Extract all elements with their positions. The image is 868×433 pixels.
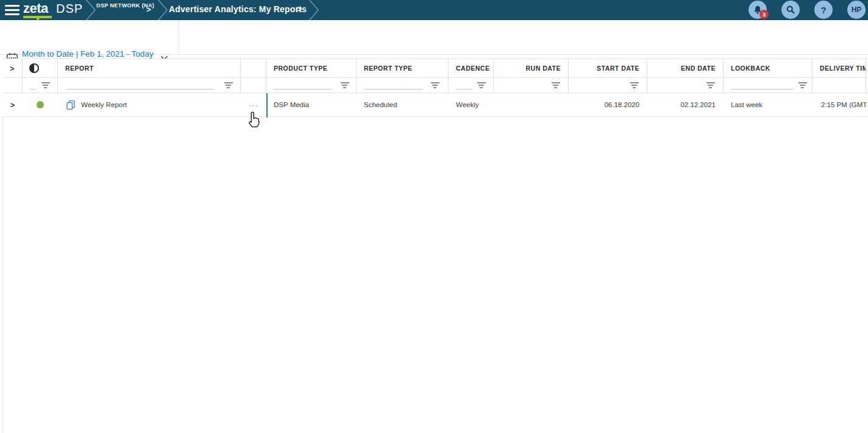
filter-cell-report: [58, 78, 241, 93]
filter-cell-report_type: [357, 78, 449, 93]
filter-icon-report[interactable]: [224, 82, 233, 88]
notification-badge: 3: [760, 10, 769, 19]
cell-end_date: 02.12.2021: [647, 93, 724, 116]
avatar-initials: HP: [852, 5, 862, 14]
column-header-report_type[interactable]: REPORT TYPE: [357, 59, 449, 77]
status-indicator: [37, 101, 44, 108]
zeta-logo: zeta: [23, 1, 48, 16]
cell-delivery_time: 2:15 PM (GMT: [813, 93, 866, 116]
table-filter-row: [2, 78, 868, 93]
filter-cell-start_date: [569, 78, 647, 93]
date-range-selector[interactable]: Month to Date | Feb 1, 2021 - Today: [22, 49, 154, 58]
filter-icon-report_type[interactable]: [430, 82, 439, 88]
cell-status: [23, 93, 58, 116]
dsp-logo-text: DSP: [56, 2, 83, 16]
avatar[interactable]: HP: [847, 1, 866, 19]
breadcrumb-divider-icon: [306, 0, 322, 20]
page-title-chevron-icon[interactable]: >: [297, 4, 302, 14]
breadcrumb-page-title[interactable]: Advertiser Analytics: My Reports: [169, 4, 307, 14]
filter-cell-product_type: [266, 78, 357, 93]
filter-cell-expand: [2, 78, 23, 93]
app-root: zeta DSP DSP NETWORK (NA) > Advertiser A…: [0, 0, 868, 433]
filter-cell-status: [23, 78, 58, 93]
help-button[interactable]: ?: [814, 1, 833, 19]
row-actions-menu[interactable]: ···: [249, 100, 258, 110]
filter-cell-actions: [241, 78, 266, 93]
top-navbar: zeta DSP DSP NETWORK (NA) > Advertiser A…: [0, 0, 868, 20]
table-header-row: >REPORTPRODUCT TYPEREPORT TYPECADENCERUN…: [2, 58, 868, 78]
cell-product_type: DSP Media: [266, 93, 357, 116]
filter-input-cadence[interactable]: [456, 81, 472, 90]
breadcrumb-network[interactable]: DSP NETWORK (NA): [96, 2, 154, 9]
column-header-start_date[interactable]: START DATE: [569, 59, 647, 77]
table-row[interactable]: >Weekly Report···DSP MediaScheduledWeekl…: [2, 93, 868, 117]
filter-icon-status[interactable]: [41, 82, 50, 88]
column-header-lookback[interactable]: LOOKBACK: [724, 59, 813, 77]
cell-lookback: Last week: [724, 93, 813, 116]
cell-expand: >: [2, 93, 23, 116]
report-name[interactable]: Weekly Report: [81, 101, 127, 108]
filter-input-status[interactable]: [30, 81, 36, 90]
column-header-report[interactable]: REPORT: [58, 59, 241, 77]
cell-run_date: [494, 93, 569, 116]
filter-icon-cadence[interactable]: [477, 82, 486, 88]
column-header-run_date[interactable]: RUN DATE: [494, 59, 569, 77]
cell-start_date: 06.18.2020: [569, 93, 647, 116]
menu-icon[interactable]: [5, 5, 20, 15]
filter-cell-cadence: [449, 78, 494, 93]
row-expand-icon[interactable]: >: [10, 100, 15, 110]
column-header-cadence[interactable]: CADENCE: [449, 59, 494, 77]
filter-cell-lookback: [724, 78, 813, 93]
cell-report_type: Scheduled: [357, 93, 449, 116]
filter-icon-run_date[interactable]: [551, 82, 560, 88]
expand-all-icon[interactable]: >: [10, 64, 15, 73]
filter-input-product_type[interactable]: [274, 81, 332, 90]
filter-cell-end_date: [647, 78, 724, 93]
cell-actions: ···: [241, 93, 266, 116]
filter-icon-start_date[interactable]: [630, 82, 639, 88]
search-icon: [786, 5, 795, 15]
column-header-expand[interactable]: >: [2, 59, 23, 77]
filter-icon-product_type[interactable]: [340, 82, 349, 88]
cell-cadence: Weekly: [449, 93, 494, 116]
filter-cell-run_date: [494, 78, 569, 93]
filter-input-lookback[interactable]: [731, 81, 793, 90]
copy-icon[interactable]: [66, 100, 76, 110]
search-button[interactable]: [781, 1, 800, 19]
column-header-status[interactable]: [23, 59, 58, 77]
cell-report: Weekly Report: [58, 93, 241, 116]
filter-input-report_type[interactable]: [364, 81, 422, 90]
contrast-icon: [29, 63, 39, 73]
column-header-delivery_time[interactable]: DELIVERY TIME: [813, 59, 866, 77]
column-header-actions[interactable]: [241, 59, 266, 77]
filter-input-report[interactable]: [66, 81, 214, 90]
breadcrumb-network-chevron-icon[interactable]: >: [146, 5, 151, 14]
column-header-product_type[interactable]: PRODUCT TYPE: [266, 59, 357, 77]
pinned-column-divider: [266, 93, 268, 118]
filter-icon-lookback[interactable]: [798, 82, 807, 88]
filter-icon-end_date[interactable]: [706, 82, 715, 88]
toolbar-divider: [179, 20, 179, 55]
help-icon: ?: [820, 5, 826, 15]
date-toolbar: Month to Date | Feb 1, 2021 - Today Upda…: [0, 20, 868, 55]
filter-cell-delivery_time: [813, 78, 866, 93]
column-header-end_date[interactable]: END DATE: [647, 59, 724, 77]
